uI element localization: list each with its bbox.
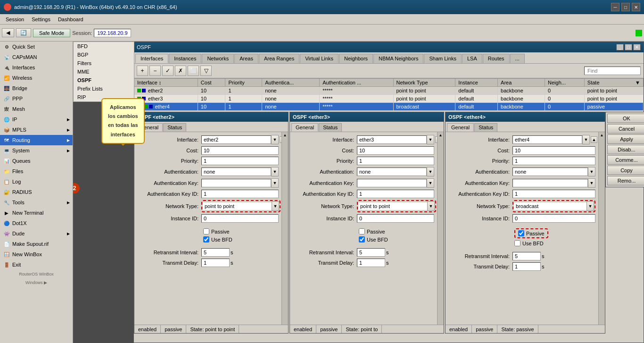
ether3-priority-input[interactable] — [357, 157, 434, 165]
remove-button[interactable]: Remo... — [607, 176, 644, 185]
ether3-auth-dropdown[interactable]: ▼ — [427, 167, 434, 176]
ether3-usebfd-checkbox[interactable] — [359, 236, 365, 243]
ether2-passive-checkbox[interactable] — [203, 228, 209, 234]
col-auth[interactable]: Authentica... — [262, 79, 320, 87]
ether2-authkey-input[interactable] — [201, 179, 271, 187]
sidebar-item-quickset[interactable]: ⚙ Quick Set — [0, 42, 73, 52]
ether3-instanceid-input[interactable] — [357, 214, 434, 223]
ether4-scroll-up-btn[interactable]: ▲ — [600, 133, 604, 137]
window-controls[interactable]: ─ □ ✕ — [611, 3, 640, 11]
ether2-tab-status[interactable]: Status — [163, 123, 186, 132]
filter-button[interactable]: ▽ — [200, 66, 212, 76]
sidebar-item-log[interactable]: 📋 Log — [0, 176, 73, 187]
col-interface[interactable]: Interface ↕ — [134, 79, 198, 87]
submenu-mme[interactable]: MME — [74, 67, 134, 76]
ether2-retransmit-input[interactable] — [201, 248, 230, 257]
ether3-retransmit-input[interactable] — [357, 248, 385, 257]
sidebar-item-wireless[interactable]: 📶 Wireless — [0, 73, 73, 83]
submenu-bfd[interactable]: BFD — [74, 42, 134, 50]
ether2-auth-input[interactable] — [201, 167, 271, 176]
apply-button[interactable]: Apply — [607, 134, 644, 144]
ospf-win-controls[interactable]: _ □ ✕ — [616, 44, 641, 50]
ether4-scroll-up[interactable]: ▲ — [591, 136, 597, 143]
ether4-priority-input[interactable] — [512, 157, 595, 165]
sidebar-item-queues[interactable]: 📊 Queues — [0, 156, 73, 166]
ether2-authkey-dropdown[interactable]: ▼ — [271, 178, 279, 188]
col-instance[interactable]: Instance — [455, 79, 498, 87]
ether2-priority-input[interactable] — [201, 157, 279, 165]
ether3-auth-input[interactable] — [357, 167, 427, 176]
ether4-authkey-dropdown[interactable]: ▼ — [588, 178, 595, 188]
sidebar-item-mesh[interactable]: 🕸 Mesh — [0, 104, 73, 114]
sidebar-item-supout[interactable]: 📄 Make Supout.rif — [0, 239, 73, 249]
ether2-auth-dropdown[interactable]: ▼ — [271, 167, 279, 176]
ether4-tab-status[interactable]: Status — [474, 123, 497, 132]
copy-button[interactable]: ⬜ — [188, 66, 199, 76]
tab-area-ranges[interactable]: Area Ranges — [259, 54, 299, 63]
ether4-auth-input[interactable] — [512, 167, 588, 176]
ether4-tab-general[interactable]: General — [447, 123, 474, 132]
ether3-scrollbar[interactable]: ▲ ▼ — [437, 132, 444, 332]
sidebar-item-dot1x[interactable]: 🔵 Dot1X — [0, 218, 73, 228]
maximize-button[interactable]: □ — [621, 3, 630, 11]
ether4-interface-dropdown[interactable]: ▼ — [582, 135, 590, 144]
ether3-interface-input[interactable] — [357, 135, 427, 144]
ether2-interface-input[interactable] — [201, 135, 271, 144]
tab-virtual-links[interactable]: Virtual Links — [300, 54, 339, 63]
ether3-scroll-up-btn[interactable]: ▲ — [439, 133, 443, 137]
ether4-transmitdelay-input[interactable] — [512, 262, 541, 271]
sidebar-item-bridge[interactable]: 🌉 Bridge — [0, 83, 73, 93]
sidebar-item-routing[interactable]: 🗺 Routing ▶ — [0, 135, 73, 145]
tab-lsa[interactable]: LSA — [462, 54, 482, 63]
sidebar-item-ppp[interactable]: 🔗 PPP — [0, 93, 73, 104]
tab-interfaces[interactable]: Interfaces — [135, 54, 168, 63]
tab-instances[interactable]: Instances — [169, 54, 201, 63]
sidebar-item-ip[interactable]: 🌐 IP ▶ — [0, 114, 73, 125]
ether3-tab-status[interactable]: Status — [319, 123, 342, 132]
back-button[interactable]: ◀ — [2, 28, 14, 37]
ether3-authkey-dropdown[interactable]: ▼ — [427, 178, 434, 188]
ether4-scrollbar[interactable]: ▲ ▼ — [598, 132, 605, 332]
sidebar-item-tools[interactable]: 🔧 Tools ▶ — [0, 197, 73, 208]
ether2-nettype-input[interactable] — [203, 202, 272, 210]
ether4-authkeyid-input[interactable] — [512, 190, 595, 198]
ether2-interface-dropdown[interactable]: ▼ — [271, 135, 279, 144]
ether2-scrollbar[interactable]: ▲ ▼ — [281, 132, 288, 332]
cancel-button[interactable]: Cancel — [607, 124, 644, 134]
ether2-nettype-dropdown[interactable]: ▼ — [272, 201, 279, 211]
ether2-instanceid-input[interactable] — [201, 214, 279, 223]
ether2-scroll-up-btn[interactable]: ▲ — [283, 133, 287, 137]
ether4-auth-dropdown[interactable]: ▼ — [588, 167, 595, 176]
find-input[interactable] — [584, 67, 641, 75]
ether2-authkeyid-input[interactable] — [201, 190, 279, 198]
tab-neighbors[interactable]: Neighbors — [339, 54, 373, 63]
copy-button[interactable]: Copy — [607, 166, 644, 175]
sidebar-item-radius[interactable]: 🔐 RADIUS — [0, 187, 73, 197]
ospf-close[interactable]: ✕ — [633, 44, 641, 50]
ether3-authkey-input[interactable] — [357, 179, 427, 187]
ether4-interface-input[interactable] — [512, 135, 582, 144]
sidebar-item-system[interactable]: 💻 System ▶ — [0, 145, 73, 156]
sidebar-item-capsman[interactable]: 📡 CAPsMAN — [0, 52, 73, 62]
ether3-interface-dropdown[interactable]: ▼ — [427, 135, 434, 144]
ospf-maximize[interactable]: □ — [625, 44, 632, 50]
sidebar-item-exit[interactable]: 🚪 Exit — [0, 259, 73, 270]
menu-settings[interactable]: Settings — [28, 16, 54, 23]
tab-routes[interactable]: Routes — [483, 54, 510, 63]
tab-sham-links[interactable]: Sham Links — [424, 54, 461, 63]
ether4-passive-checkbox[interactable] — [518, 230, 524, 236]
col-priority[interactable]: Priority — [225, 79, 262, 87]
ether3-nettype-dropdown[interactable]: ▼ — [427, 201, 435, 211]
check-button[interactable]: ✓ — [162, 66, 173, 76]
ether3-nettype-input[interactable] — [358, 202, 427, 210]
table-row[interactable]: ether2 101none*****point to pointdefault… — [134, 87, 644, 95]
sidebar-item-interfaces[interactable]: 🔌 Interfaces — [0, 62, 73, 73]
col-authkey[interactable]: Authentication ... — [320, 79, 393, 87]
tab-areas[interactable]: Areas — [234, 54, 258, 63]
ospf-minimize[interactable]: _ — [616, 44, 624, 50]
menu-session[interactable]: Session — [2, 16, 28, 23]
sidebar-item-files[interactable]: 📁 Files — [0, 166, 73, 176]
tab-networks[interactable]: Networks — [202, 54, 234, 63]
ether2-transmitdelay-input[interactable] — [201, 259, 230, 267]
submenu-bgp[interactable]: BGP — [74, 50, 134, 59]
